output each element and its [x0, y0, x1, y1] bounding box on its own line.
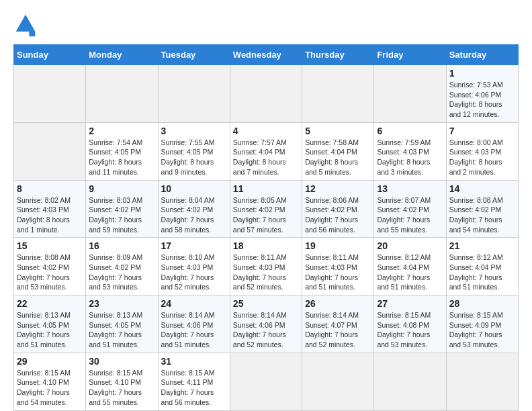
svg-marker-0 [16, 15, 36, 32]
day-info: Sunrise: 8:08 AMSunset: 4:02 PMDaylight:… [449, 196, 503, 234]
day-cell: 15Sunrise: 8:08 AMSunset: 4:02 PMDayligh… [14, 238, 86, 295]
day-cell: 14Sunrise: 8:08 AMSunset: 4:02 PMDayligh… [446, 180, 518, 238]
day-number: 23 [89, 298, 154, 309]
empty-day-cell [230, 65, 302, 123]
day-info: Sunrise: 8:03 AMSunset: 4:02 PMDaylight:… [89, 196, 142, 234]
day-number: 1 [449, 68, 515, 79]
day-info: Sunrise: 8:07 AMSunset: 4:02 PMDaylight:… [377, 196, 431, 234]
day-info: Sunrise: 7:57 AMSunset: 4:04 PMDaylight:… [233, 138, 287, 176]
day-cell: 9Sunrise: 8:03 AMSunset: 4:02 PMDaylight… [86, 180, 158, 238]
day-info: Sunrise: 8:08 AMSunset: 4:02 PMDaylight:… [17, 253, 71, 291]
day-cell: 25Sunrise: 8:14 AMSunset: 4:06 PMDayligh… [230, 295, 302, 353]
day-info: Sunrise: 8:15 AMSunset: 4:10 PMDaylight:… [89, 369, 142, 406]
day-number: 13 [377, 183, 443, 194]
day-cell: 1Sunrise: 7:53 AMSunset: 4:06 PMDaylight… [446, 65, 518, 123]
day-info: Sunrise: 7:53 AMSunset: 4:06 PMDaylight:… [449, 81, 503, 118]
empty-day-cell [302, 353, 374, 410]
day-cell: 10Sunrise: 8:04 AMSunset: 4:02 PMDayligh… [158, 180, 230, 238]
day-number: 15 [17, 240, 83, 251]
day-cell: 8Sunrise: 8:02 AMSunset: 4:03 PMDaylight… [14, 180, 86, 238]
day-info: Sunrise: 8:14 AMSunset: 4:07 PMDaylight:… [305, 311, 359, 349]
empty-day-cell [14, 65, 86, 123]
day-info: Sunrise: 7:55 AMSunset: 4:05 PMDaylight:… [161, 138, 215, 176]
day-cell: 12Sunrise: 8:06 AMSunset: 4:02 PMDayligh… [302, 180, 374, 238]
day-cell: 16Sunrise: 8:09 AMSunset: 4:02 PMDayligh… [86, 238, 158, 295]
empty-day-cell [374, 65, 446, 123]
day-info: Sunrise: 8:05 AMSunset: 4:02 PMDaylight:… [233, 196, 287, 234]
empty-day-cell [302, 65, 374, 123]
day-of-week-header: Sunday [14, 45, 86, 65]
day-info: Sunrise: 8:12 AMSunset: 4:04 PMDaylight:… [449, 253, 503, 291]
day-cell: 23Sunrise: 8:13 AMSunset: 4:05 PMDayligh… [86, 295, 158, 353]
day-cell: 30Sunrise: 8:15 AMSunset: 4:10 PMDayligh… [86, 353, 158, 410]
day-info: Sunrise: 8:11 AMSunset: 4:03 PMDaylight:… [305, 253, 359, 291]
day-cell: 24Sunrise: 8:14 AMSunset: 4:06 PMDayligh… [158, 295, 230, 353]
day-info: Sunrise: 8:00 AMSunset: 4:03 PMDaylight:… [449, 138, 503, 176]
day-of-week-header: Thursday [302, 45, 374, 65]
day-info: Sunrise: 8:09 AMSunset: 4:02 PMDaylight:… [89, 253, 142, 291]
page-header [13, 13, 519, 38]
day-info: Sunrise: 8:02 AMSunset: 4:03 PMDaylight:… [17, 196, 71, 234]
day-number: 3 [161, 126, 227, 136]
logo-icon [13, 13, 38, 38]
day-number: 10 [161, 183, 227, 194]
day-info: Sunrise: 8:14 AMSunset: 4:06 PMDaylight:… [161, 311, 215, 349]
calendar-header-row: SundayMondayTuesdayWednesdayThursdayFrid… [14, 45, 519, 65]
day-info: Sunrise: 8:15 AMSunset: 4:11 PMDaylight:… [161, 369, 215, 406]
day-cell: 7Sunrise: 8:00 AMSunset: 4:03 PMDaylight… [446, 122, 518, 180]
day-of-week-header: Monday [86, 45, 158, 65]
day-cell: 11Sunrise: 8:05 AMSunset: 4:02 PMDayligh… [230, 180, 302, 238]
empty-day-cell [158, 65, 230, 123]
day-of-week-header: Tuesday [158, 45, 230, 65]
day-info: Sunrise: 8:06 AMSunset: 4:02 PMDaylight:… [305, 196, 359, 234]
day-cell: 2Sunrise: 7:54 AMSunset: 4:05 PMDaylight… [86, 122, 158, 180]
day-number: 2 [89, 126, 154, 136]
day-cell: 6Sunrise: 7:59 AMSunset: 4:03 PMDaylight… [374, 122, 446, 180]
day-number: 28 [449, 298, 515, 309]
day-number: 22 [17, 298, 83, 309]
day-cell: 4Sunrise: 7:57 AMSunset: 4:04 PMDaylight… [230, 122, 302, 180]
day-number: 26 [305, 298, 371, 309]
day-of-week-header: Friday [374, 45, 446, 65]
day-cell: 28Sunrise: 8:15 AMSunset: 4:09 PMDayligh… [446, 295, 518, 353]
day-number: 20 [377, 240, 443, 251]
day-number: 5 [305, 126, 371, 136]
day-info: Sunrise: 8:13 AMSunset: 4:05 PMDaylight:… [89, 311, 142, 349]
day-cell: 17Sunrise: 8:10 AMSunset: 4:03 PMDayligh… [158, 238, 230, 295]
calendar-week-row: 22Sunrise: 8:13 AMSunset: 4:05 PMDayligh… [14, 295, 519, 353]
empty-day-cell [446, 353, 518, 410]
day-info: Sunrise: 8:12 AMSunset: 4:04 PMDaylight:… [377, 253, 431, 291]
day-number: 25 [233, 298, 299, 309]
day-number: 16 [89, 240, 154, 251]
day-cell: 19Sunrise: 8:11 AMSunset: 4:03 PMDayligh… [302, 238, 374, 295]
empty-day-cell [230, 353, 302, 410]
calendar-week-row: 1Sunrise: 7:53 AMSunset: 4:06 PMDaylight… [14, 65, 519, 123]
day-number: 17 [161, 240, 227, 251]
empty-day-cell [374, 353, 446, 410]
day-info: Sunrise: 8:10 AMSunset: 4:03 PMDaylight:… [161, 253, 215, 291]
day-of-week-header: Saturday [446, 45, 518, 65]
day-cell: 5Sunrise: 7:58 AMSunset: 4:04 PMDaylight… [302, 122, 374, 180]
day-number: 8 [17, 183, 83, 194]
day-number: 29 [17, 356, 83, 367]
day-number: 31 [161, 356, 227, 367]
day-number: 9 [89, 183, 154, 194]
svg-marker-1 [29, 32, 35, 36]
day-number: 12 [305, 183, 371, 194]
logo [13, 13, 40, 38]
day-info: Sunrise: 8:04 AMSunset: 4:02 PMDaylight:… [161, 196, 215, 234]
day-number: 11 [233, 183, 299, 194]
day-cell: 21Sunrise: 8:12 AMSunset: 4:04 PMDayligh… [446, 238, 518, 295]
calendar-week-row: 2Sunrise: 7:54 AMSunset: 4:05 PMDaylight… [14, 122, 519, 180]
day-number: 19 [305, 240, 371, 251]
day-number: 30 [89, 356, 154, 367]
day-cell: 22Sunrise: 8:13 AMSunset: 4:05 PMDayligh… [14, 295, 86, 353]
day-info: Sunrise: 8:14 AMSunset: 4:06 PMDaylight:… [233, 311, 287, 349]
day-info: Sunrise: 8:11 AMSunset: 4:03 PMDaylight:… [233, 253, 287, 291]
day-number: 14 [449, 183, 515, 194]
day-cell: 3Sunrise: 7:55 AMSunset: 4:05 PMDaylight… [158, 122, 230, 180]
day-info: Sunrise: 8:13 AMSunset: 4:05 PMDaylight:… [17, 311, 71, 349]
day-number: 4 [233, 126, 299, 136]
day-info: Sunrise: 8:15 AMSunset: 4:08 PMDaylight:… [377, 311, 431, 349]
calendar-week-row: 15Sunrise: 8:08 AMSunset: 4:02 PMDayligh… [14, 238, 519, 295]
